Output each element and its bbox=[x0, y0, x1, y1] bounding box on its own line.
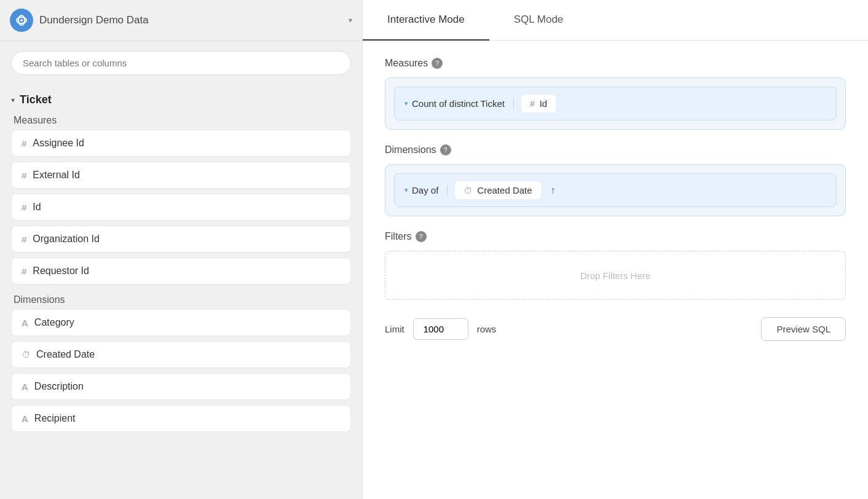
search-wrapper bbox=[11, 51, 351, 75]
dimension-dropdown[interactable]: ▾ Day of bbox=[404, 185, 448, 195]
measure-hash-icon: # bbox=[22, 170, 26, 181]
measure-aggregation-text: Count of distinct Ticket bbox=[412, 98, 505, 109]
measure-hash-icon: # bbox=[22, 138, 26, 149]
dimension-field[interactable]: ⏱ Created Date bbox=[455, 181, 540, 199]
measures-card-wrapper: ▾ Count of distinct Ticket # Id bbox=[385, 77, 846, 130]
measure-field-label: Id bbox=[540, 98, 548, 109]
table-section: ▾ Ticket Measures #Assignee Id#External … bbox=[11, 90, 351, 432]
measure-label: Id bbox=[33, 202, 41, 213]
tabs-bar: Interactive Mode SQL Mode bbox=[363, 0, 868, 41]
dimension-card: ▾ Day of ⏱ Created Date ↑ bbox=[394, 173, 837, 207]
panel-content: Measures ? ▾ Count of distinct Ticket # … bbox=[363, 41, 868, 499]
measure-hash-icon: # bbox=[22, 202, 26, 213]
svg-point-2 bbox=[20, 19, 23, 22]
table-header[interactable]: ▾ Ticket bbox=[11, 90, 351, 110]
measure-label: Organization Id bbox=[33, 234, 100, 245]
dimension-icon: ⏱ bbox=[22, 350, 30, 360]
measure-card: ▾ Count of distinct Ticket # Id bbox=[394, 87, 837, 120]
sidebar: Dundersign Demo Data ▾ ▾ Ticket Measures… bbox=[0, 0, 363, 499]
dimension-dropdown-arrow-icon: ▾ bbox=[404, 186, 408, 194]
measure-hash-icon: # bbox=[22, 234, 26, 245]
measures-help-icon[interactable]: ? bbox=[432, 58, 443, 69]
tab-sql[interactable]: SQL Mode bbox=[489, 0, 588, 41]
filters-placeholder-text: Drop Filters Here bbox=[580, 270, 650, 281]
dimension-sort-icon[interactable]: ↑ bbox=[551, 185, 556, 196]
dimension-label: Created Date bbox=[36, 349, 95, 360]
measure-dropdown-arrow-icon: ▾ bbox=[404, 100, 408, 108]
dimensions-list: ACategory⏱Created DateADescriptionARecip… bbox=[11, 309, 351, 432]
logo-icon bbox=[10, 9, 33, 32]
measure-label: External Id bbox=[33, 170, 79, 181]
measure-dropdown[interactable]: ▾ Count of distinct Ticket bbox=[404, 98, 514, 109]
dimension-field-item-recipient[interactable]: ARecipient bbox=[11, 405, 351, 432]
dimension-granularity-text: Day of bbox=[412, 185, 438, 195]
sidebar-content: ▾ Ticket Measures #Assignee Id#External … bbox=[0, 85, 362, 499]
dimension-field-item-created-date[interactable]: ⏱Created Date bbox=[11, 341, 351, 368]
dimension-field-item-category[interactable]: ACategory bbox=[11, 309, 351, 336]
measure-field[interactable]: # Id bbox=[521, 95, 556, 112]
measures-section-label: Measures bbox=[11, 110, 351, 130]
preview-sql-button[interactable]: Preview SQL bbox=[761, 317, 846, 341]
dimension-label: Description bbox=[34, 381, 84, 392]
dimensions-section-title: Dimensions ? bbox=[385, 144, 846, 155]
search-area bbox=[0, 41, 362, 85]
rows-label: rows bbox=[477, 324, 497, 334]
dimensions-help-icon[interactable]: ? bbox=[440, 144, 451, 155]
dimension-field-label: Created Date bbox=[477, 185, 532, 195]
measure-field-item-requestor-id[interactable]: #Requestor Id bbox=[11, 257, 351, 285]
measure-field-item-organization-id[interactable]: #Organization Id bbox=[11, 226, 351, 253]
measure-field-item-external-id[interactable]: #External Id bbox=[11, 162, 351, 189]
filters-drop-zone[interactable]: Drop Filters Here bbox=[385, 251, 846, 300]
dimension-icon: A bbox=[22, 318, 28, 328]
db-dropdown-arrow[interactable]: ▾ bbox=[349, 16, 352, 25]
db-title: Dundersign Demo Data bbox=[39, 14, 342, 26]
measures-section-title: Measures ? bbox=[385, 58, 846, 69]
table-chevron-icon: ▾ bbox=[11, 96, 15, 104]
table-name: Ticket bbox=[20, 93, 52, 106]
dimensions-section-label: Dimensions bbox=[11, 289, 351, 309]
measure-field-item-assignee-id[interactable]: #Assignee Id bbox=[11, 130, 351, 157]
measure-label: Assignee Id bbox=[33, 138, 84, 149]
limit-input[interactable] bbox=[413, 318, 468, 340]
dimension-label: Recipient bbox=[34, 413, 76, 424]
measures-list: #Assignee Id#External Id#Id#Organization… bbox=[11, 130, 351, 285]
limit-label: Limit bbox=[385, 324, 404, 334]
sidebar-header: Dundersign Demo Data ▾ bbox=[0, 0, 362, 41]
measure-hash-icon: # bbox=[22, 266, 26, 277]
dimension-icon: A bbox=[22, 414, 28, 424]
filters-section-title: Filters ? bbox=[385, 231, 846, 242]
tab-interactive[interactable]: Interactive Mode bbox=[363, 0, 489, 41]
dimension-label: Category bbox=[34, 317, 74, 328]
dimensions-card-wrapper: ▾ Day of ⏱ Created Date ↑ bbox=[385, 164, 846, 216]
limit-row: Limit rows Preview SQL bbox=[385, 317, 846, 341]
search-input[interactable] bbox=[23, 58, 339, 68]
dimension-time-icon: ⏱ bbox=[464, 186, 472, 195]
dimension-field-item-description[interactable]: ADescription bbox=[11, 373, 351, 400]
measure-field-hash-icon: # bbox=[530, 99, 535, 109]
measure-field-item-id[interactable]: #Id bbox=[11, 194, 351, 221]
measure-label: Requestor Id bbox=[33, 265, 89, 277]
dimension-icon: A bbox=[22, 382, 28, 392]
main-panel: Interactive Mode SQL Mode Measures ? ▾ C… bbox=[363, 0, 868, 499]
filters-help-icon[interactable]: ? bbox=[416, 231, 427, 242]
